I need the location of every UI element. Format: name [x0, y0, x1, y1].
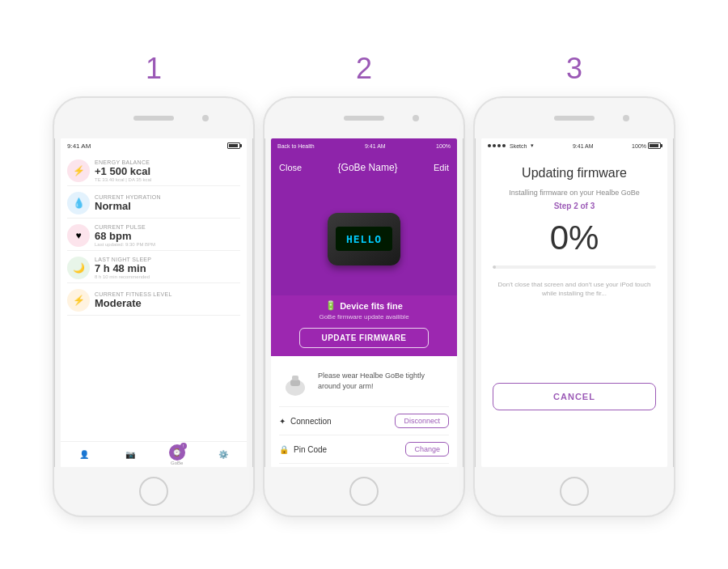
- stat-row-sleep: 🌙 LAST NIGHT SLEEP 7 h 48 min 8 h 10 min…: [67, 253, 240, 283]
- nav-settings[interactable]: ⚙️: [215, 447, 231, 463]
- connection-row: ✦ Connection Disconnect: [279, 407, 449, 435]
- p3-battery-label: 100%: [632, 143, 646, 149]
- carrier-label: Sketch: [510, 143, 527, 149]
- phone-1-home-button[interactable]: [139, 477, 168, 506]
- stat-row-pulse: ♥ CURRENT PULSE 68 bpm Last updated: 9:3…: [67, 221, 240, 251]
- phone-2-content: Back to Health 9:41 AM 100% Close {GoBe …: [271, 138, 457, 467]
- phone-2: Back to Health 9:41 AM 100% Close {GoBe …: [263, 96, 465, 517]
- pulse-icon: ♥: [67, 224, 90, 247]
- stat-row-fitness: ⚡ CURRENT FITNESS LEVEL Moderate: [67, 286, 240, 316]
- p2-back-label: Back to Health: [277, 143, 315, 149]
- warning-text: Don't close that screen and don't use yo…: [493, 280, 656, 298]
- step-2-number: 2: [356, 52, 372, 86]
- change-button[interactable]: Change: [405, 442, 449, 456]
- phone-2-screen: Back to Health 9:41 AM 100% Close {GoBe …: [271, 138, 457, 467]
- gobe-badge: !: [180, 443, 187, 449]
- cancel-button[interactable]: CANCEL: [493, 383, 656, 410]
- device-subtitle: GoBe firmware update availible: [319, 313, 408, 321]
- gobe-hello-text: HELLO: [346, 233, 382, 245]
- stat-row-hydration: 💧 CURRENT HYDRATION Normal: [67, 189, 240, 219]
- stat-row-energy: ⚡ ENERGY BALANCE +1 500 kcal TE 33.40 kc…: [67, 156, 240, 186]
- step-2-column: 2 Back to Health 9:41 AM 100% Close {GoB…: [263, 52, 465, 517]
- fitness-icon: ⚡: [67, 289, 90, 312]
- step-3-number: 3: [566, 52, 582, 86]
- phone-3-body: Updating firmware Installing firmware on…: [481, 153, 667, 311]
- svg-rect-2: [292, 376, 298, 380]
- phone-3: Sketch ▾ 9:41 AM 100% U: [473, 96, 675, 517]
- wear-instruction: Please wear Healbe GoBe tightly around y…: [279, 364, 449, 407]
- battery-icon: [227, 142, 240, 149]
- energy-icon: ⚡: [67, 159, 90, 182]
- wear-text: Please wear Healbe GoBe tightly around y…: [318, 367, 449, 391]
- phone-1-top: [54, 98, 253, 138]
- step-3-column: 3 Sketch: [473, 52, 675, 517]
- p2-time: 9:41 AM: [365, 143, 386, 149]
- nav-gobe-active[interactable]: ⌚ ! GoBe: [169, 444, 185, 465]
- phone-2-home-button[interactable]: [349, 477, 379, 506]
- pincode-row: 🔒 Pin Code Change: [279, 435, 449, 464]
- phone-2-hero: HELLO: [271, 182, 457, 295]
- p3-battery-icon: [648, 142, 661, 149]
- pincode-label: 🔒 Pin Code: [279, 445, 327, 454]
- phone-2-nav-bar: Close {GoBe Name} Edit: [271, 153, 457, 182]
- phone-2-bottom: [265, 467, 463, 516]
- lock-icon: 🔒: [279, 445, 289, 454]
- phone-1-content: 9:41 AM ⚡ ENERGY: [61, 138, 247, 467]
- edit-button[interactable]: Edit: [434, 163, 449, 172]
- sleep-icon: 🌙: [67, 257, 90, 279]
- phone-3-screen: Sketch ▾ 9:41 AM 100% U: [481, 138, 667, 467]
- phone-1-bottom: [54, 467, 253, 516]
- progress-bar-fill: [493, 265, 496, 269]
- wifi-icon: ▾: [531, 142, 534, 149]
- phone-1: 9:41 AM ⚡ ENERGY: [53, 96, 255, 517]
- device-fits-label: 🔋 Device fits fine: [325, 300, 403, 311]
- close-button[interactable]: Close: [279, 163, 302, 172]
- connection-label: ✦ Connection: [279, 417, 332, 426]
- nav-person[interactable]: 👤: [76, 447, 92, 463]
- svg-rect-1: [290, 380, 300, 386]
- gobe-display: HELLO: [336, 227, 392, 251]
- installing-text: Installing firmware on your Healbe GoBe: [509, 189, 640, 197]
- p3-time: 9:41 AM: [573, 143, 594, 149]
- phone-1-speaker: [133, 116, 174, 121]
- wrist-image: [279, 367, 311, 400]
- step-1-column: 1 9:41 AM: [53, 52, 255, 517]
- phone-2-top: [265, 98, 463, 138]
- phone-3-status-bar: Sketch ▾ 9:41 AM 100%: [481, 138, 667, 153]
- phone-1-status-bar: 9:41 AM: [61, 138, 247, 153]
- phone-1-camera: [202, 115, 209, 121]
- updating-title: Updating firmware: [522, 166, 627, 180]
- nav-photo[interactable]: 📷: [122, 447, 138, 463]
- phone-1-nav: 👤 📷 ⌚ ! GoBe ⚙️: [61, 441, 247, 467]
- phone-1-screen: 9:41 AM ⚡ ENERGY: [61, 138, 247, 467]
- p2-battery: 100%: [436, 143, 451, 149]
- phone-3-camera: [623, 115, 629, 121]
- update-firmware-button[interactable]: UPDATE FIRMWARE: [299, 328, 429, 348]
- phone-2-speaker: [344, 116, 384, 121]
- step-indicator: Step 2 of 3: [554, 202, 595, 210]
- hydration-icon: 💧: [67, 192, 90, 214]
- signal-area: Sketch ▾: [488, 142, 534, 149]
- phone-3-top: [475, 98, 674, 138]
- phone-2-camera: [413, 115, 419, 121]
- phone-3-bottom: [475, 467, 674, 516]
- phone-1-stats: ⚡ ENERGY BALANCE +1 500 kcal TE 33.40 kc…: [61, 153, 247, 319]
- phone-2-body: Please wear Healbe GoBe tightly around y…: [271, 356, 457, 467]
- phone-3-home-button[interactable]: [560, 477, 589, 506]
- percent-display: 0%: [550, 219, 599, 257]
- main-container: 1 9:41 AM: [0, 36, 728, 533]
- phone-2-device-info: 🔋 Device fits fine GoBe firmware update …: [271, 295, 457, 356]
- phone-3-content: Sketch ▾ 9:41 AM 100% U: [481, 138, 667, 467]
- status-time: 9:41 AM: [67, 142, 91, 150]
- bluetooth-icon: ✦: [279, 417, 286, 426]
- phone-3-speaker: [554, 116, 595, 121]
- phone-2-status-bar: Back to Health 9:41 AM 100%: [271, 138, 457, 153]
- progress-bar-container: [493, 265, 656, 269]
- gobe-device: HELLO: [328, 213, 400, 265]
- p3-battery-area: 100%: [632, 142, 661, 149]
- disconnect-button[interactable]: Disconnect: [395, 414, 449, 428]
- step-1-number: 1: [146, 52, 162, 86]
- nav-gobe-name: {GoBe Name}: [338, 162, 398, 173]
